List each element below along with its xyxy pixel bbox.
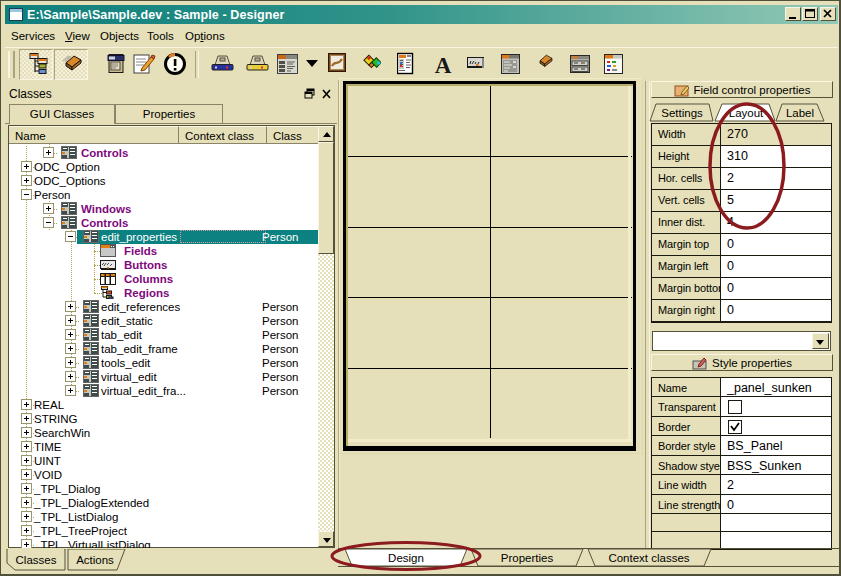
svg-text:Actions: Actions bbox=[76, 554, 114, 566]
svg-text:Settings: Settings bbox=[661, 107, 703, 119]
svg-text:A: A bbox=[435, 53, 452, 78]
svg-text:Context classes: Context classes bbox=[608, 552, 689, 564]
svg-text:Properties: Properties bbox=[501, 552, 554, 564]
svg-text:Classes: Classes bbox=[16, 554, 57, 566]
